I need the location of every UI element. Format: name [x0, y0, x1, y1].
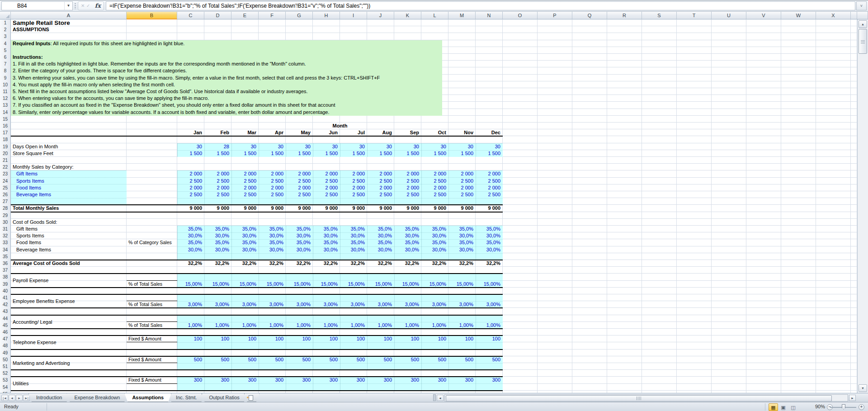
row-header-19[interactable]: 19	[0, 143, 11, 151]
cell-J33[interactable]: 35,0%	[367, 239, 392, 246]
cell-C36[interactable]: 32,2%	[177, 260, 202, 267]
cell-E33[interactable]: 35,0%	[231, 239, 256, 246]
cell-N24[interactable]: 2 500	[476, 178, 500, 184]
cell-J32[interactable]: 30,0%	[367, 232, 392, 239]
cell-E32[interactable]: 30,0%	[231, 232, 256, 239]
cell-D33[interactable]: 35,0%	[204, 239, 229, 246]
cell-J24[interactable]: 2 500	[367, 178, 392, 184]
formula-bar-resize-grip[interactable]	[75, 3, 76, 9]
row-header-50[interactable]: 50	[0, 356, 11, 364]
vertical-split-handle[interactable]	[857, 12, 868, 19]
cell-D53[interactable]: 300	[204, 377, 229, 383]
cell-K26[interactable]: 2 500	[394, 191, 419, 198]
cell-G36[interactable]: 32,2%	[286, 260, 311, 267]
cell-I26[interactable]: 2 500	[340, 191, 365, 198]
cell-H39[interactable]: 15,00%	[313, 281, 338, 288]
cell-L42[interactable]: 3,00%	[421, 301, 446, 308]
cell-M39[interactable]: 15,00%	[448, 281, 473, 288]
row-header-13[interactable]: 13	[0, 102, 11, 109]
cell-N53[interactable]: 300	[476, 377, 500, 383]
cell-A13[interactable]: 7. If you classified an account as fixed…	[13, 102, 335, 109]
row-header-11[interactable]: 11	[0, 88, 11, 95]
cell-H28[interactable]: 9 000	[313, 205, 338, 212]
cell-H34[interactable]: 30,0%	[313, 246, 338, 253]
row-header-53[interactable]: 53	[0, 377, 11, 384]
page-break-view-icon[interactable]: ◫	[788, 403, 798, 411]
cell-L39[interactable]: 15,00%	[421, 281, 446, 288]
cell-F50[interactable]: 500	[259, 356, 283, 363]
column-header-X[interactable]: X	[816, 12, 851, 19]
cell-K33[interactable]: 35,0%	[394, 239, 419, 246]
row-header-28[interactable]: 28	[0, 205, 11, 212]
row-header-32[interactable]: 32	[0, 232, 11, 240]
cell-G28[interactable]: 9 000	[286, 205, 311, 212]
cell-H23[interactable]: 2 000	[313, 170, 338, 177]
cell-L28[interactable]: 9 000	[421, 205, 446, 212]
cell-A14[interactable]: 8. Similarly, enter only percentage valu…	[13, 109, 330, 116]
cell-J34[interactable]: 30,0%	[367, 246, 392, 253]
cell-D31[interactable]: 35,0%	[204, 226, 229, 232]
cell-L50[interactable]: 500	[421, 356, 446, 363]
cell-C45[interactable]: 1,00%	[177, 322, 202, 329]
cell-N45[interactable]: 1,00%	[476, 322, 500, 329]
cell-N32[interactable]: 30,0%	[476, 232, 500, 239]
cell-K53[interactable]: 300	[394, 377, 419, 383]
cell-M26[interactable]: 2 500	[448, 191, 473, 198]
page-layout-view-icon[interactable]: ▣	[778, 403, 788, 411]
column-header-J[interactable]: J	[367, 12, 394, 19]
cell-C34[interactable]: 30,0%	[177, 246, 202, 253]
vertical-scroll-thumb[interactable]	[859, 29, 867, 54]
scroll-down-icon[interactable]: ▼	[859, 384, 867, 392]
cell-F28[interactable]: 9 000	[259, 205, 283, 212]
cell-C25[interactable]: 2 000	[177, 184, 202, 191]
cell-M47[interactable]: 100	[448, 335, 473, 342]
cell-D34[interactable]: 30,0%	[204, 246, 229, 253]
cell-A25[interactable]: Food Items	[16, 184, 41, 191]
cell-A32[interactable]: Sports Items	[16, 232, 44, 239]
cell-G24[interactable]: 2 500	[286, 178, 311, 184]
cell-E24[interactable]: 2 500	[231, 178, 256, 184]
row-header-43[interactable]: 43	[0, 308, 11, 315]
name-box-dropdown-icon[interactable]: ▼	[64, 2, 72, 10]
cell-D45[interactable]: 1,00%	[204, 322, 229, 329]
sheet-tab-inc-stmt-[interactable]: Inc. Stmt.	[168, 393, 204, 402]
cell-B33[interactable]: % of Category Sales	[128, 239, 176, 246]
cell-D23[interactable]: 2 000	[204, 170, 229, 177]
row-header-48[interactable]: 48	[0, 342, 11, 350]
cell-C47[interactable]: 100	[177, 335, 202, 342]
cell-N19[interactable]: 30	[476, 143, 500, 150]
cell-C32[interactable]: 30,0%	[177, 232, 202, 239]
cell-L20[interactable]: 1 500	[421, 150, 446, 157]
row-header-20[interactable]: 20	[0, 150, 11, 157]
cell-E53[interactable]: 300	[231, 377, 256, 383]
cell-A53[interactable]: Utilities	[13, 377, 28, 390]
cell-E36[interactable]: 32,2%	[231, 260, 256, 267]
tab-split-handle[interactable]	[433, 394, 436, 401]
cell-F23[interactable]: 2 000	[259, 170, 283, 177]
cell-N31[interactable]: 35,0%	[476, 226, 500, 232]
column-header-F[interactable]: F	[259, 12, 286, 19]
cell-N47[interactable]: 100	[476, 335, 500, 342]
cell-A28[interactable]: Total Monthly Sales	[13, 205, 59, 212]
cell-N25[interactable]: 2 000	[476, 184, 500, 191]
cell-N50[interactable]: 500	[476, 356, 500, 363]
cell-A23[interactable]: Gift Items	[16, 170, 38, 177]
cell-J39[interactable]: 15,00%	[367, 281, 392, 288]
cell-H42[interactable]: 3,00%	[313, 301, 338, 308]
cell-N23[interactable]: 2 000	[476, 170, 500, 177]
cell-D42[interactable]: 3,00%	[204, 301, 229, 308]
cell-J23[interactable]: 2 000	[367, 170, 392, 177]
row-header-14[interactable]: 14	[0, 109, 11, 116]
cell-A33[interactable]: Food Items	[16, 239, 41, 246]
cell-C23[interactable]: 2 000	[177, 170, 202, 177]
row-header-1[interactable]: 1	[0, 19, 11, 27]
row-header-52[interactable]: 52	[0, 370, 11, 377]
cell-A2[interactable]: ASSUMPTIONS	[13, 26, 49, 33]
cell-F25[interactable]: 2 000	[259, 184, 283, 191]
cell-N28[interactable]: 9 000	[476, 205, 500, 212]
cell-C19[interactable]: 30	[177, 143, 202, 150]
column-header-D[interactable]: D	[204, 12, 231, 19]
cell-D39[interactable]: 15,00%	[204, 281, 229, 288]
cell-N39[interactable]: 15,00%	[476, 281, 500, 288]
row-header-18[interactable]: 18	[0, 136, 11, 143]
